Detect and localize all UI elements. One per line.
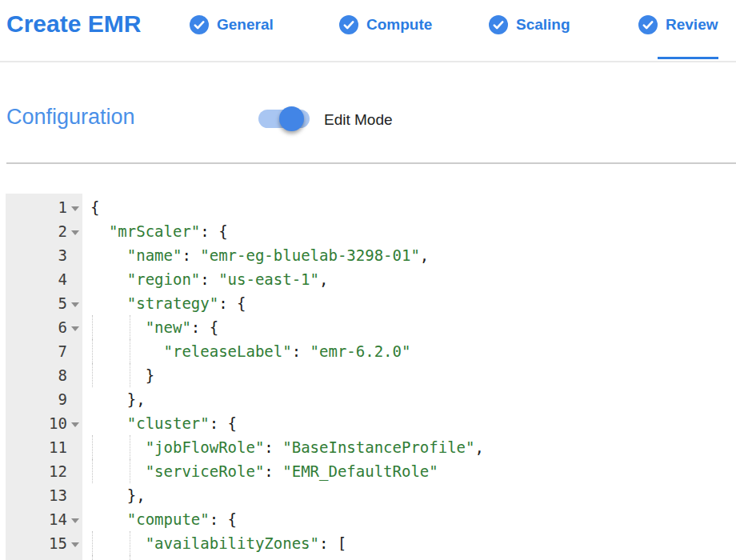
code-text[interactable]: }, — [82, 387, 736, 411]
code-line: 1{ — [6, 195, 736, 219]
line-gutter: 1 — [6, 195, 82, 219]
line-gutter: 13 — [6, 483, 82, 507]
code-text[interactable]: "availabilityZones": [ — [82, 531, 736, 555]
code-text[interactable]: "jobFlowRole": "BaseInstanceProfile", — [82, 435, 736, 459]
line-gutter: 12 — [6, 459, 82, 483]
code-line: 12 "serviceRole": "EMR_DefaultRole" — [6, 459, 736, 483]
line-gutter: 16 — [6, 555, 82, 560]
code-text[interactable]: "strategy": { — [82, 291, 736, 315]
code-line: 7 "releaseLabel": "emr-6.2.0" — [6, 339, 736, 363]
code-line: 14 "compute": { — [6, 507, 736, 531]
code-lines: 1{2 "mrScaler": {3 "name": "emr-eg-bluel… — [6, 194, 736, 560]
indent-guide — [130, 459, 130, 483]
code-line: 9 }, — [6, 387, 736, 411]
indent-guide — [130, 555, 130, 560]
fold-toggle-icon[interactable] — [67, 411, 82, 435]
tab-label: Scaling — [516, 16, 570, 34]
line-gutter: 15 — [6, 531, 82, 555]
indent-guide — [92, 315, 93, 339]
line-gutter: 5 — [6, 291, 82, 315]
fold-toggle-icon[interactable] — [67, 291, 82, 315]
line-number: 14 — [49, 507, 67, 531]
code-text[interactable]: "cluster": { — [82, 411, 736, 435]
section-divider — [6, 162, 736, 164]
fold-slot-empty — [67, 483, 82, 507]
tab-scaling[interactable]: Scaling — [489, 15, 570, 34]
fold-slot-empty — [67, 387, 82, 411]
code-text[interactable]: "compute": { — [82, 507, 736, 531]
edit-mode-toggle[interactable] — [258, 110, 310, 128]
line-gutter: 14 — [6, 507, 82, 531]
code-text[interactable]: "new": { — [82, 315, 736, 339]
indent-guide — [130, 531, 130, 555]
indent-guide — [130, 315, 130, 339]
code-text[interactable]: "mrScaler": { — [82, 219, 736, 243]
code-text[interactable]: "name": "emr-eg-bluelab-3298-01", — [82, 243, 736, 267]
line-number: 7 — [58, 339, 67, 363]
tab-general[interactable]: General — [190, 15, 274, 34]
fold-slot-empty — [67, 267, 82, 291]
line-number: 4 — [58, 267, 67, 291]
fold-toggle-icon[interactable] — [67, 219, 82, 243]
check-circle-icon — [190, 15, 209, 34]
code-text[interactable]: "serviceRole": "EMR_DefaultRole" — [82, 459, 736, 483]
fold-slot-empty — [67, 339, 82, 363]
line-gutter: 6 — [6, 315, 82, 339]
line-gutter: 4 — [6, 267, 82, 291]
fold-toggle-icon[interactable] — [67, 555, 82, 560]
code-line: 11 "jobFlowRole": "BaseInstanceProfile", — [6, 435, 736, 459]
line-number: 2 — [58, 219, 67, 243]
indent-guide — [92, 459, 93, 483]
tab-label: General — [217, 16, 274, 34]
code-text[interactable]: { — [82, 555, 736, 560]
line-number: 3 — [58, 243, 67, 267]
fold-slot-empty — [67, 435, 82, 459]
code-text[interactable]: "releaseLabel": "emr-6.2.0" — [82, 339, 736, 363]
code-text[interactable]: }, — [82, 483, 736, 507]
configuration-heading: Configuration — [6, 105, 135, 130]
code-text[interactable]: "region": "us-east-1", — [82, 267, 736, 291]
line-gutter: 10 — [6, 411, 82, 435]
fold-toggle-icon[interactable] — [67, 507, 82, 531]
indent-guide — [130, 363, 130, 387]
code-line: 6 "new": { — [6, 315, 736, 339]
tab-review[interactable]: Review — [638, 15, 718, 34]
active-tab-underline — [658, 57, 718, 59]
line-gutter: 7 — [6, 339, 82, 363]
line-number: 15 — [49, 531, 67, 555]
wizard-header: Create EMR GeneralComputeScalingReview — [0, 0, 736, 62]
code-editor[interactable]: 1{2 "mrScaler": {3 "name": "emr-eg-bluel… — [6, 194, 736, 560]
line-gutter: 11 — [6, 435, 82, 459]
code-text[interactable]: } — [82, 363, 736, 387]
code-line: 15 "availabilityZones": [ — [6, 531, 736, 555]
code-text[interactable]: { — [82, 195, 736, 219]
indent-guide — [92, 555, 93, 560]
fold-slot-empty — [67, 363, 82, 387]
check-circle-icon — [339, 15, 358, 34]
line-number: 6 — [58, 315, 67, 339]
page-title: Create EMR — [6, 10, 141, 38]
code-line: 5 "strategy": { — [6, 291, 736, 315]
indent-guide — [130, 435, 130, 459]
code-line: 4 "region": "us-east-1", — [6, 267, 736, 291]
indent-guide — [130, 339, 130, 363]
fold-toggle-icon[interactable] — [67, 195, 82, 219]
indent-guide — [92, 435, 93, 459]
line-number: 10 — [49, 411, 67, 435]
code-line: 10 "cluster": { — [6, 411, 736, 435]
tab-label: Compute — [366, 16, 432, 34]
indent-guide — [92, 339, 93, 363]
fold-toggle-icon[interactable] — [67, 315, 82, 339]
fold-slot-empty — [67, 243, 82, 267]
line-number: 9 — [58, 387, 67, 411]
tab-compute[interactable]: Compute — [339, 15, 432, 34]
check-circle-icon — [638, 15, 658, 34]
tab-label: Review — [666, 16, 718, 34]
code-line: 2 "mrScaler": { — [6, 219, 736, 243]
line-gutter: 8 — [6, 363, 82, 387]
toggle-knob — [279, 106, 304, 131]
code-line: 16 { — [6, 555, 736, 560]
code-line: 3 "name": "emr-eg-bluelab-3298-01", — [6, 243, 736, 267]
fold-toggle-icon[interactable] — [67, 531, 82, 555]
line-number: 1 — [58, 195, 67, 219]
